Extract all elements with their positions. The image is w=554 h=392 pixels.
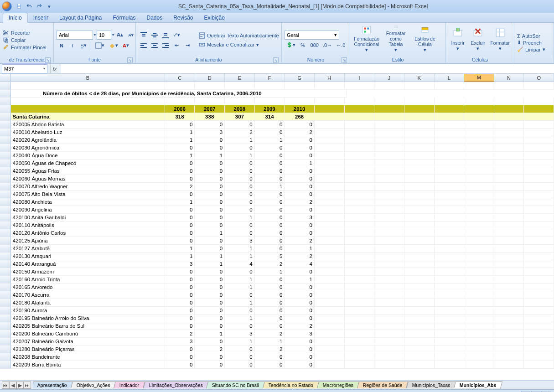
cell[interactable]: [404, 98, 435, 105]
cell[interactable]: [435, 121, 465, 129]
clear-button[interactable]: 🧹Limpar▾: [517, 46, 551, 52]
cell[interactable]: [435, 229, 465, 237]
cell[interactable]: [404, 183, 435, 191]
cell[interactable]: 0: [225, 198, 255, 206]
cell[interactable]: [374, 175, 404, 183]
cell[interactable]: [494, 291, 524, 299]
cell[interactable]: 420110 Anitápolis: [11, 222, 165, 229]
cell[interactable]: [464, 322, 494, 330]
cell[interactable]: [345, 245, 375, 253]
cell[interactable]: 0: [285, 191, 315, 198]
column-header[interactable]: O: [524, 74, 554, 82]
cell[interactable]: [524, 245, 554, 253]
cell[interactable]: [464, 105, 494, 113]
cell[interactable]: [315, 113, 345, 121]
cell[interactable]: [315, 206, 345, 214]
cell[interactable]: [524, 338, 554, 346]
cell[interactable]: 420080 Anchieta: [11, 198, 165, 206]
row-header[interactable]: [0, 222, 11, 229]
row-header[interactable]: [0, 338, 11, 346]
cell[interactable]: [345, 276, 375, 284]
cell[interactable]: 420040 Água Doce: [11, 152, 165, 160]
cell[interactable]: [464, 307, 494, 315]
cell[interactable]: [315, 167, 345, 175]
cell[interactable]: 0: [285, 299, 315, 307]
cell[interactable]: [315, 191, 345, 198]
cell[interactable]: [404, 291, 435, 299]
cell[interactable]: [435, 222, 465, 229]
cell[interactable]: [435, 322, 465, 330]
cell[interactable]: [374, 183, 404, 191]
cell[interactable]: [464, 206, 494, 214]
cell[interactable]: [435, 307, 465, 315]
cell[interactable]: [345, 338, 375, 346]
cell[interactable]: [374, 136, 404, 144]
cell[interactable]: 420120 Antônio Carlos: [11, 229, 165, 237]
cell[interactable]: [345, 353, 375, 361]
cell[interactable]: 420190 Aurora: [11, 307, 165, 315]
cell[interactable]: [345, 113, 375, 121]
cell[interactable]: [404, 299, 435, 307]
cell[interactable]: [404, 222, 435, 229]
cell[interactable]: 0: [255, 245, 285, 253]
orientation-button[interactable]: ⤢▾: [171, 30, 182, 40]
cell[interactable]: [524, 129, 554, 136]
cell[interactable]: [464, 346, 494, 353]
cell[interactable]: [345, 160, 375, 167]
cell[interactable]: [255, 82, 285, 90]
cell[interactable]: [315, 307, 345, 315]
cell[interactable]: [464, 160, 494, 167]
cell[interactable]: 0: [255, 198, 285, 206]
cell[interactable]: 4: [225, 260, 255, 268]
cell[interactable]: 0: [285, 229, 315, 237]
sheet-tab[interactable]: Limitações_Observações: [143, 382, 209, 388]
cell[interactable]: [315, 82, 345, 90]
cell[interactable]: [494, 330, 524, 338]
cell[interactable]: 1: [285, 160, 315, 167]
cell[interactable]: 1: [225, 284, 255, 291]
cell[interactable]: 420180 Atalanta: [11, 299, 165, 307]
cell[interactable]: 0: [195, 214, 225, 222]
cell[interactable]: 2008: [225, 105, 255, 113]
cell[interactable]: 0: [285, 183, 315, 191]
cell[interactable]: 1: [165, 253, 195, 260]
cell[interactable]: [315, 268, 345, 276]
cell[interactable]: [464, 268, 494, 276]
cell[interactable]: [374, 144, 404, 152]
cell[interactable]: 1: [255, 183, 285, 191]
cell[interactable]: [494, 98, 524, 105]
cell[interactable]: [225, 82, 255, 90]
cell[interactable]: 0: [255, 160, 285, 167]
cell[interactable]: 0: [195, 268, 225, 276]
cell[interactable]: [435, 198, 465, 206]
cell[interactable]: [524, 346, 554, 353]
cell[interactable]: [404, 160, 435, 167]
format-painter-button[interactable]: Formatar Pincel: [3, 44, 51, 51]
cell[interactable]: [374, 105, 404, 113]
align-bottom-button[interactable]: [161, 30, 171, 40]
increase-indent-button[interactable]: ⇥: [182, 41, 192, 51]
cell[interactable]: [464, 291, 494, 299]
sheet-tab[interactable]: Situando SC no Brasil: [206, 382, 265, 388]
cell[interactable]: [494, 322, 524, 330]
cell[interactable]: 0: [285, 315, 315, 322]
row-header[interactable]: [0, 330, 11, 338]
cell[interactable]: [315, 229, 345, 237]
cell[interactable]: [404, 346, 435, 353]
cell[interactable]: 0: [255, 315, 285, 322]
cell[interactable]: 0: [195, 338, 225, 346]
cell[interactable]: [404, 229, 435, 237]
cell[interactable]: [345, 152, 375, 160]
dialog-launcher-icon[interactable]: ↘: [342, 57, 347, 63]
cell[interactable]: [374, 229, 404, 237]
cell[interactable]: [464, 198, 494, 206]
cell[interactable]: [435, 338, 465, 346]
cell[interactable]: [345, 129, 375, 136]
row-header[interactable]: [0, 268, 11, 276]
cell[interactable]: [494, 183, 524, 191]
cell[interactable]: [315, 291, 345, 299]
cell[interactable]: [524, 229, 554, 237]
increase-decimal-button[interactable]: .0→: [321, 40, 334, 50]
cell[interactable]: 0: [225, 206, 255, 214]
row-header[interactable]: [0, 175, 11, 183]
